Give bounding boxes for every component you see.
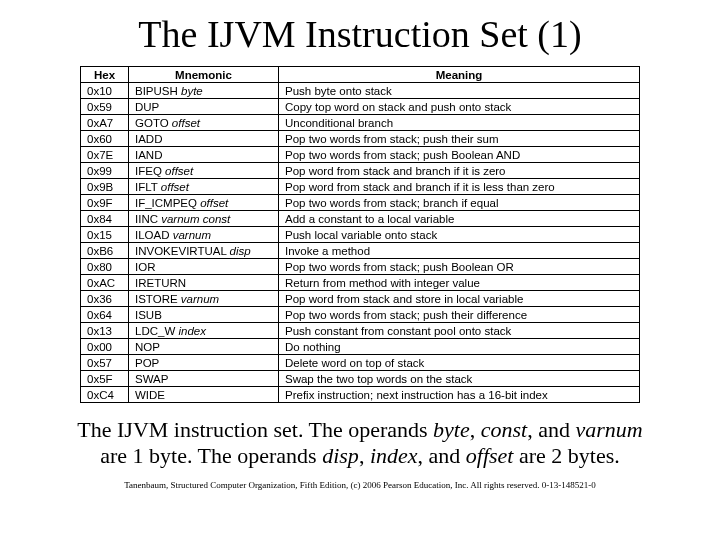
cell-hex: 0x7E: [81, 147, 129, 163]
table-row: 0x59DUPCopy top word on stack and push o…: [81, 99, 640, 115]
cell-hex: 0xB6: [81, 243, 129, 259]
mnemonic-name: ILOAD: [135, 229, 170, 241]
mnemonic-name: IADD: [135, 133, 162, 145]
caption-ital: byte: [433, 417, 470, 442]
cell-mnemonic: GOTO offset: [129, 115, 279, 131]
caption-text: , and: [527, 417, 575, 442]
table-row: 0x9BIFLT offsetPop word from stack and b…: [81, 179, 640, 195]
cell-hex: 0x60: [81, 131, 129, 147]
cell-hex: 0x36: [81, 291, 129, 307]
table-row: 0xB6INVOKEVIRTUAL dispInvoke a method: [81, 243, 640, 259]
cell-mnemonic: ISTORE varnum: [129, 291, 279, 307]
table-row: 0x64ISUBPop two words from stack; push t…: [81, 307, 640, 323]
cell-mnemonic: IRETURN: [129, 275, 279, 291]
cell-mnemonic: INVOKEVIRTUAL disp: [129, 243, 279, 259]
cell-mnemonic: IFEQ offset: [129, 163, 279, 179]
mnemonic-name: IRETURN: [135, 277, 186, 289]
caption-text: , and: [418, 443, 466, 468]
cell-hex: 0x15: [81, 227, 129, 243]
cell-hex: 0xC4: [81, 387, 129, 403]
cell-mnemonic: LDC_W index: [129, 323, 279, 339]
cell-meaning: Pop two words from stack; push their dif…: [279, 307, 640, 323]
mnemonic-name: IFLT: [135, 181, 158, 193]
cell-mnemonic: SWAP: [129, 371, 279, 387]
table-row: 0x15ILOAD varnumPush local variable onto…: [81, 227, 640, 243]
table-row: 0xA7GOTO offsetUnconditional branch: [81, 115, 640, 131]
cell-mnemonic: IF_ICMPEQ offset: [129, 195, 279, 211]
mnemonic-name: INVOKEVIRTUAL: [135, 245, 226, 257]
cell-mnemonic: IADD: [129, 131, 279, 147]
mnemonic-arg: offset: [200, 197, 228, 209]
mnemonic-name: IF_ICMPEQ: [135, 197, 197, 209]
mnemonic-name: IFEQ: [135, 165, 162, 177]
cell-mnemonic: IFLT offset: [129, 179, 279, 195]
col-meaning: Meaning: [279, 67, 640, 83]
table-row: 0x9FIF_ICMPEQ offsetPop two words from s…: [81, 195, 640, 211]
cell-mnemonic: IAND: [129, 147, 279, 163]
caption-text: are 1 byte. The operands: [100, 443, 322, 468]
table-row: 0x10BIPUSH bytePush byte onto stack: [81, 83, 640, 99]
mnemonic-arg: offset: [165, 165, 193, 177]
cell-hex: 0xA7: [81, 115, 129, 131]
cell-mnemonic: IINC varnum const: [129, 211, 279, 227]
mnemonic-arg: offset: [161, 181, 189, 193]
cell-hex: 0xAC: [81, 275, 129, 291]
cell-meaning: Pop two words from stack; push Boolean A…: [279, 147, 640, 163]
mnemonic-name: IAND: [135, 149, 162, 161]
mnemonic-name: NOP: [135, 341, 160, 353]
table-row: 0xC4WIDEPrefix instruction; next instruc…: [81, 387, 640, 403]
cell-meaning: Invoke a method: [279, 243, 640, 259]
mnemonic-name: SWAP: [135, 373, 168, 385]
mnemonic-name: ISUB: [135, 309, 162, 321]
cell-mnemonic: NOP: [129, 339, 279, 355]
cell-hex: 0x10: [81, 83, 129, 99]
cell-meaning: Push constant from constant pool onto st…: [279, 323, 640, 339]
cell-meaning: Pop word from stack and branch if it is …: [279, 163, 640, 179]
mnemonic-name: LDC_W: [135, 325, 175, 337]
cell-hex: 0x84: [81, 211, 129, 227]
cell-mnemonic: DUP: [129, 99, 279, 115]
cell-meaning: Pop two words from stack; push Boolean O…: [279, 259, 640, 275]
cell-meaning: Add a constant to a local variable: [279, 211, 640, 227]
cell-meaning: Pop two words from stack; push their sum: [279, 131, 640, 147]
cell-mnemonic: ISUB: [129, 307, 279, 323]
caption-text: ,: [359, 443, 370, 468]
cell-hex: 0x00: [81, 339, 129, 355]
caption-text: ,: [470, 417, 481, 442]
caption-ital: varnum: [575, 417, 642, 442]
cell-hex: 0x99: [81, 163, 129, 179]
cell-hex: 0x9B: [81, 179, 129, 195]
instruction-table: Hex Mnemonic Meaning 0x10BIPUSH bytePush…: [80, 66, 640, 403]
copyright-footer: Tanenbaum, Structured Computer Organizat…: [40, 480, 680, 490]
table-row: 0x60IADDPop two words from stack; push t…: [81, 131, 640, 147]
instruction-table-wrap: Hex Mnemonic Meaning 0x10BIPUSH bytePush…: [40, 66, 680, 403]
cell-hex: 0x13: [81, 323, 129, 339]
slide: The IJVM Instruction Set (1) Hex Mnemoni…: [0, 0, 720, 540]
mnemonic-arg: varnum: [173, 229, 211, 241]
cell-meaning: Pop two words from stack; branch if equa…: [279, 195, 640, 211]
cell-meaning: Copy top word on stack and push onto sta…: [279, 99, 640, 115]
caption-ital: disp: [322, 443, 359, 468]
cell-meaning: Delete word on top of stack: [279, 355, 640, 371]
mnemonic-name: IOR: [135, 261, 155, 273]
mnemonic-arg: index: [178, 325, 206, 337]
table-row: 0x99IFEQ offsetPop word from stack and b…: [81, 163, 640, 179]
mnemonic-name: WIDE: [135, 389, 165, 401]
cell-mnemonic: WIDE: [129, 387, 279, 403]
mnemonic-name: GOTO: [135, 117, 169, 129]
cell-hex: 0x59: [81, 99, 129, 115]
caption: The IJVM instruction set. The operands b…: [40, 417, 680, 470]
cell-meaning: Do nothing: [279, 339, 640, 355]
mnemonic-name: BIPUSH: [135, 85, 178, 97]
cell-meaning: Prefix instruction; next instruction has…: [279, 387, 640, 403]
cell-meaning: Swap the two top words on the stack: [279, 371, 640, 387]
col-hex: Hex: [81, 67, 129, 83]
cell-meaning: Pop word from stack and store in local v…: [279, 291, 640, 307]
caption-ital: index: [370, 443, 418, 468]
cell-meaning: Unconditional branch: [279, 115, 640, 131]
table-row: 0x13LDC_W indexPush constant from consta…: [81, 323, 640, 339]
page-title: The IJVM Instruction Set (1): [40, 12, 680, 56]
cell-meaning: Push local variable onto stack: [279, 227, 640, 243]
mnemonic-name: ISTORE: [135, 293, 178, 305]
mnemonic-arg: varnum const: [161, 213, 230, 225]
